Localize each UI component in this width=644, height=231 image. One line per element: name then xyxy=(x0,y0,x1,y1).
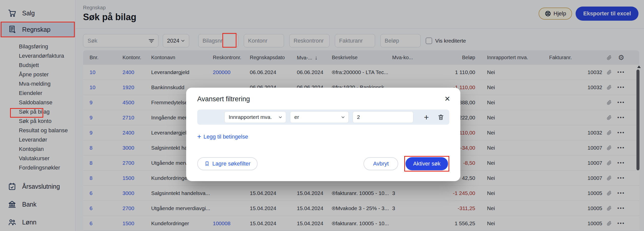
condition-value-input[interactable] xyxy=(353,111,413,123)
add-condition-label: Legg til betingelse xyxy=(204,134,248,140)
activate-search-button[interactable]: Aktiver søk xyxy=(406,157,448,170)
condition-operator-select[interactable]: er xyxy=(290,111,349,123)
plus-icon: + xyxy=(197,133,201,141)
condition-field-value: Innrapportert mva. xyxy=(229,114,272,120)
add-condition-link[interactable]: + Legg til betingelse xyxy=(197,133,248,141)
save-search-filter-button[interactable]: Lagre søkefilter xyxy=(197,157,258,170)
close-icon[interactable]: ✕ xyxy=(445,95,450,103)
modal-title: Avansert filtrering xyxy=(186,88,460,103)
cancel-button[interactable]: Avbryt xyxy=(364,157,398,170)
modal-footer: Lagre søkefilter Avbryt Aktiver søk xyxy=(197,156,449,172)
save-search-filter-label: Lagre søkefilter xyxy=(212,160,251,167)
bookmark-icon xyxy=(204,161,210,167)
advanced-filter-modal: Avansert filtrering ✕ Innrapportert mva.… xyxy=(186,88,460,181)
add-condition-plus-icon[interactable]: + xyxy=(424,113,429,121)
condition-operator-value: er xyxy=(294,114,299,120)
annotation-box-apply: Aktiver søk xyxy=(404,156,449,172)
delete-condition-trash-icon[interactable] xyxy=(437,114,444,121)
filter-condition-row: Innrapportert mva. er + xyxy=(197,110,449,125)
chevron-down-icon xyxy=(278,115,283,120)
condition-field-select[interactable]: Innrapportert mva. xyxy=(224,111,286,123)
chevron-down-icon xyxy=(341,115,345,120)
